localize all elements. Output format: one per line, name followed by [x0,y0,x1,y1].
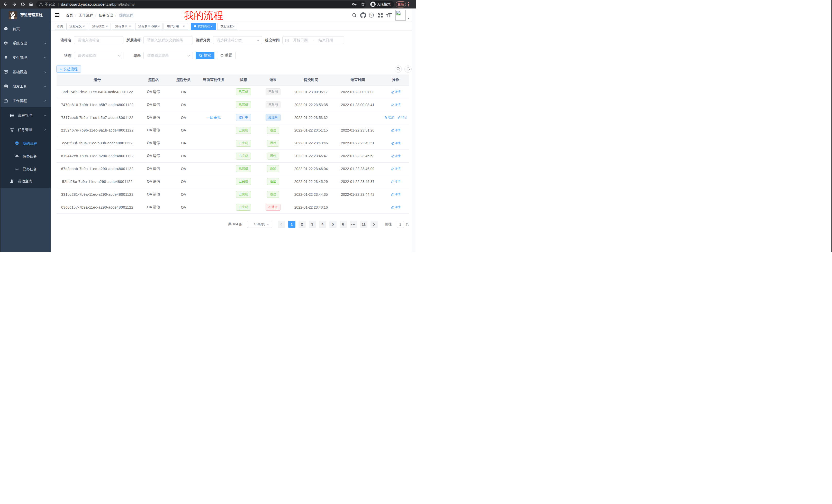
svg-text:?: ? [370,13,372,17]
